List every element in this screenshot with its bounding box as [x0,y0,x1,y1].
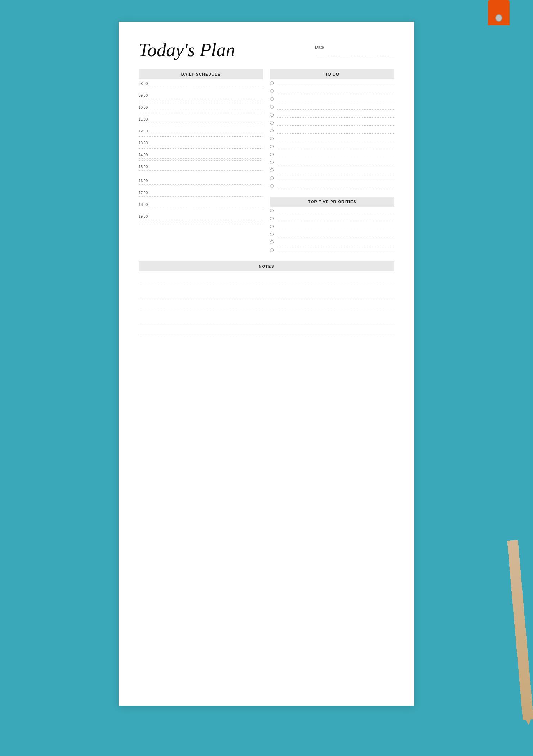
todo-line-4 [277,104,394,110]
date-input-line[interactable] [315,50,394,56]
time-label-0800: 08:00 [139,80,263,86]
notes-line-1[interactable] [139,271,394,284]
time-entry-1200: 12:00 [139,127,263,139]
todo-line-12 [277,167,394,173]
todo-line-6 [277,120,394,126]
time-entry-1100: 11:00 [139,115,263,127]
priority-item-1[interactable] [270,207,394,215]
time-entry-1900: 19:00 [139,212,263,224]
time-label-1400: 14:00 [139,152,263,158]
time-label-1000: 10:00 [139,104,263,110]
todo-circle-5 [270,113,274,117]
priority-item-5[interactable] [270,238,394,246]
notes-section: NOTES [139,261,394,336]
time-label-1800: 18:00 [139,201,263,207]
todo-item-11[interactable] [270,158,394,166]
todo-circle-8 [270,137,274,140]
priority-circle-3 [270,225,274,228]
priority-line-2 [277,216,394,221]
todo-line-10 [277,152,394,157]
page-title: Today's Plan [139,40,301,60]
todo-item-10[interactable] [270,150,394,158]
todo-item-2[interactable] [270,87,394,95]
todo-circle-6 [270,121,274,125]
time-entry-1700: 17:00 [139,188,263,200]
priority-circle-6 [270,248,274,252]
todo-line-2 [277,88,394,94]
priority-item-2[interactable] [270,215,394,222]
todo-item-8[interactable] [270,135,394,143]
priority-circle-1 [270,209,274,212]
notes-lines [139,271,394,336]
notes-line-2[interactable] [139,284,394,297]
todo-line-8 [277,136,394,141]
priority-line-4 [277,231,394,237]
todo-line-7 [277,128,394,134]
todo-circle-3 [270,97,274,101]
todo-item-7[interactable] [270,127,394,135]
todo-line-14 [277,183,394,189]
time-label-1700: 17:00 [139,189,263,195]
todo-item-12[interactable] [270,166,394,174]
todo-item-13[interactable] [270,174,394,182]
todo-item-5[interactable] [270,111,394,119]
priority-line-6 [277,247,394,253]
pencil-decoration [507,540,533,720]
time-label-1100: 11:00 [139,116,263,122]
todo-circle-13 [270,176,274,180]
todo-circle-10 [270,153,274,156]
todo-circle-12 [270,168,274,172]
todo-item-4[interactable] [270,103,394,111]
todo-line-13 [277,175,394,181]
priority-item-4[interactable] [270,230,394,238]
todo-item-1[interactable] [270,79,394,87]
todo-item-14[interactable] [270,182,394,190]
right-column: TO DO [270,69,394,254]
priorities-header: TOP FIVE PRIORITIES [270,197,394,207]
todo-item-3[interactable] [270,95,394,103]
sharpener-decoration [486,0,511,32]
todo-line-11 [277,159,394,165]
todo-line-1 [277,80,394,86]
todo-header: TO DO [270,69,394,79]
time-label-1200: 12:00 [139,128,263,134]
todo-circle-2 [270,89,274,93]
time-entry-1000: 10:00 [139,103,263,115]
priority-item-6[interactable] [270,246,394,254]
todo-item-9[interactable] [270,143,394,150]
daily-schedule-column: DAILY SCHEDULE 08:00 09:00 10:00 11: [139,69,263,254]
time-label-1600: 16:00 [139,177,263,184]
notes-line-4[interactable] [139,310,394,323]
date-area: Date [315,45,394,56]
priority-circle-4 [270,233,274,236]
todo-line-3 [277,96,394,102]
todo-circle-14 [270,184,274,188]
time-entry-0900: 09:00 [139,91,263,103]
todo-circle-1 [270,81,274,85]
time-label-1500: 15:00 [139,163,263,170]
time-entry-1300: 13:00 [139,139,263,150]
time-entry-1800: 18:00 [139,200,263,212]
todo-circle-4 [270,105,274,109]
todo-circle-11 [270,161,274,164]
priority-circle-5 [270,240,274,244]
priority-line-3 [277,224,394,229]
todo-line-5 [277,112,394,118]
time-entry-1400: 14:00 [139,150,263,162]
priority-circle-2 [270,217,274,220]
main-content: DAILY SCHEDULE 08:00 09:00 10:00 11: [139,69,394,254]
daily-schedule-header: DAILY SCHEDULE [139,69,263,79]
notes-line-5[interactable] [139,323,394,336]
priority-line-5 [277,239,394,245]
time-label-1300: 13:00 [139,140,263,146]
priority-line-1 [277,208,394,213]
notes-line-3[interactable] [139,297,394,310]
notes-header: NOTES [139,261,394,271]
priority-item-3[interactable] [270,222,394,230]
page-header: Today's Plan Date [139,40,394,60]
time-entry-1600: 16:00 [139,176,263,188]
time-label-0900: 09:00 [139,92,263,98]
time-label-1900: 19:00 [139,213,263,219]
todo-circle-7 [270,129,274,132]
todo-item-6[interactable] [270,119,394,127]
